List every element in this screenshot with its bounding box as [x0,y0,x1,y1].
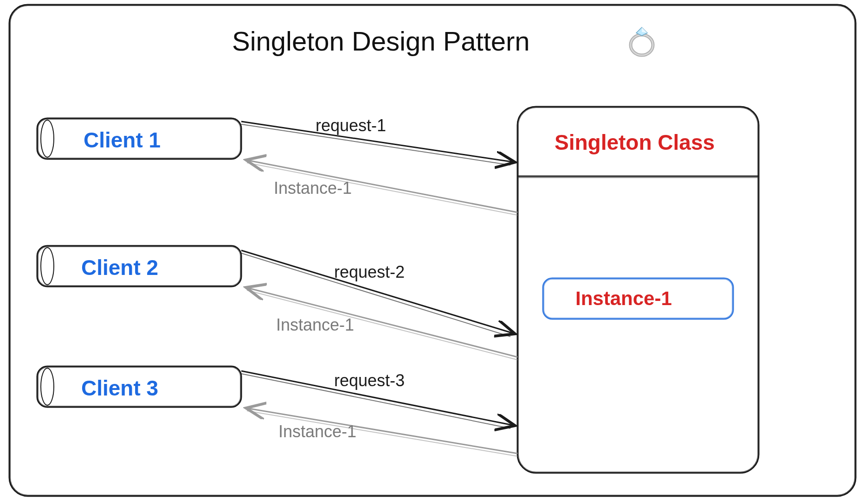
request-3-arrow [241,371,515,428]
svg-rect-6 [38,247,240,286]
svg-line-18 [241,124,510,165]
ring-icon [624,26,660,60]
svg-line-25 [241,371,515,426]
svg-rect-15 [543,278,733,319]
svg-line-20 [247,163,517,215]
svg-rect-0 [9,5,856,496]
request-1-arrow [241,121,515,165]
svg-point-7 [41,248,54,285]
svg-line-24 [247,290,517,360]
response-3-arrow [246,408,517,456]
svg-rect-12 [518,108,758,472]
response-1-arrow [246,160,517,215]
client-1-box [37,118,241,159]
instance-box [543,278,733,319]
svg-line-19 [246,160,517,212]
svg-line-17 [241,121,515,162]
singleton-box [517,107,759,473]
response-2-arrow [246,287,517,360]
svg-rect-16 [544,279,732,318]
svg-rect-5 [37,246,241,287]
diagram-svg [0,0,865,504]
client-2-box [37,246,241,287]
svg-line-22 [241,253,510,337]
svg-rect-1 [10,6,855,495]
diagram-canvas: Singleton Design Pattern Client 1 Client… [0,0,865,504]
svg-rect-3 [38,119,240,158]
svg-rect-9 [38,367,240,406]
svg-rect-11 [517,107,759,473]
svg-point-30 [631,35,653,55]
svg-line-27 [246,408,517,453]
svg-rect-8 [37,366,241,407]
svg-rect-2 [37,118,241,159]
client-3-box [37,366,241,407]
svg-point-4 [41,120,54,157]
svg-point-10 [41,368,54,405]
svg-line-26 [241,374,510,428]
